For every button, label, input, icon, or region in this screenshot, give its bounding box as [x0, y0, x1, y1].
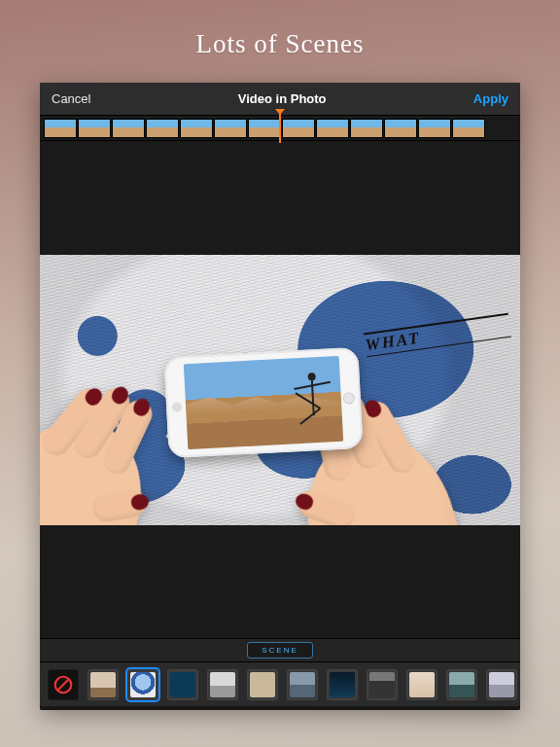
scene-thumb-image [210, 672, 235, 697]
scene-thumb-image [409, 672, 435, 697]
scene-picker [40, 661, 520, 706]
filmstrip-frame[interactable] [44, 119, 77, 138]
promo-headline: Lots of Scenes [196, 29, 365, 59]
filmstrip-frame[interactable] [452, 119, 485, 138]
scene-thumb-monitor-office[interactable] [446, 669, 477, 700]
scene-thumb-card-hand[interactable] [406, 669, 438, 700]
filmstrip-frame[interactable] [248, 119, 281, 138]
scene-thumb-none[interactable] [48, 669, 79, 700]
tab-scene[interactable]: SCENE [247, 642, 313, 658]
filmstrip-frame[interactable] [78, 119, 111, 138]
page-title: Video in Photo [238, 91, 327, 106]
playhead-indicator[interactable] [279, 114, 281, 143]
scene-thumb-laptop-minimal[interactable] [207, 669, 238, 700]
scene-thumb-image [170, 672, 195, 697]
filmstrip-frame[interactable] [214, 119, 247, 138]
filmstrip-frame[interactable] [146, 119, 179, 138]
scene-thumb-image [250, 672, 275, 697]
scene-thumb-image [290, 672, 315, 697]
mode-tabbar: SCENE [40, 638, 520, 661]
scene-thumb-image [330, 672, 355, 697]
phone-screen [184, 355, 343, 448]
scene-thumb-image [130, 672, 156, 697]
filmstrip-frame[interactable] [418, 119, 451, 138]
filmstrip-frame[interactable] [350, 119, 383, 138]
phone-mockup [163, 346, 363, 457]
filmstrip-frame[interactable] [316, 119, 349, 138]
scene-thumb-billboard[interactable] [367, 669, 398, 700]
app-window: Cancel Video in Photo Apply WHAT [40, 83, 520, 710]
preview-area: WHAT [40, 141, 520, 638]
scene-thumb-image [369, 672, 395, 697]
video-filmstrip[interactable] [40, 116, 520, 141]
filmstrip-frame[interactable] [282, 119, 315, 138]
scene-thumb-tablet-desk[interactable] [167, 669, 198, 700]
scene-thumb-laptop-side[interactable] [486, 669, 517, 700]
cancel-button[interactable]: Cancel [52, 91, 90, 106]
filmstrip-frame[interactable] [112, 119, 145, 138]
preview-canvas[interactable]: WHAT [40, 255, 520, 525]
scene-thumb-tv-room[interactable] [287, 669, 318, 700]
filmstrip-frame[interactable] [384, 119, 417, 138]
scene-thumb-image [449, 672, 474, 697]
scene-thumb-frame-wall[interactable] [247, 669, 278, 700]
filmstrip-frame[interactable] [180, 119, 213, 138]
bottom-spacer [40, 706, 520, 710]
none-icon [52, 674, 74, 695]
scene-thumb-image [489, 672, 514, 697]
scene-thumb-image [90, 672, 116, 697]
scene-thumb-hands-phone-globe[interactable] [127, 669, 158, 700]
apply-button[interactable]: Apply [473, 91, 508, 106]
scene-thumb-hands-phone-table[interactable] [88, 669, 119, 700]
scene-thumb-devices-dark[interactable] [327, 669, 358, 700]
svg-line-1 [57, 679, 69, 691]
